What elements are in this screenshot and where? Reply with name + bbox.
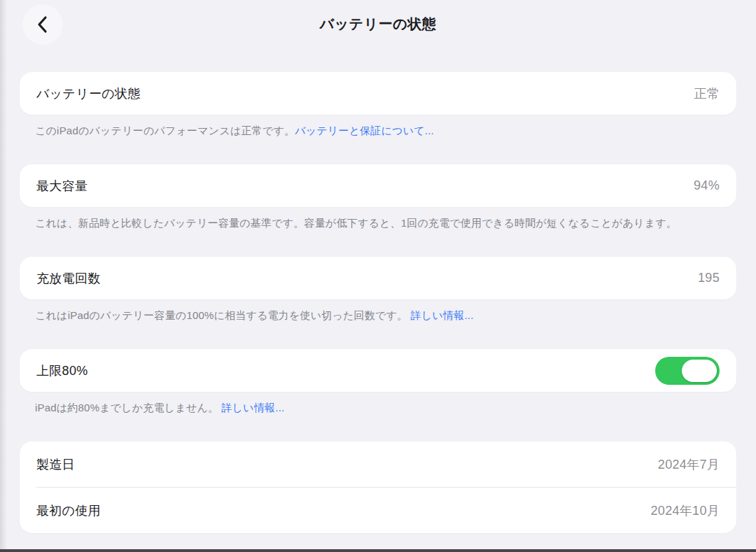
charge-limit-footnote: iPadは約80%までしか充電しません。 詳しい情報... bbox=[35, 400, 721, 415]
card-cycle-count: 充放電回数 195 bbox=[20, 257, 736, 299]
cycle-count-label: 充放電回数 bbox=[36, 270, 101, 287]
row-charge-limit: 上限80% bbox=[20, 349, 736, 392]
page-title: バッテリーの状態 bbox=[0, 15, 756, 34]
cycle-count-footnote: これはiPadのバッテリー容量の100%に相当する電力を使い切った回数です。 詳… bbox=[35, 308, 721, 323]
first-use-value: 2024年10月 bbox=[651, 502, 720, 519]
manufacture-date-label: 製造日 bbox=[36, 456, 75, 473]
charge-limit-learn-more-link[interactable]: 詳しい情報... bbox=[222, 402, 285, 413]
battery-health-settings: バッテリーの状態 正常 このiPadのバッテリーのパフォーマンスは正常です。バッ… bbox=[0, 49, 756, 533]
battery-health-footnote: このiPadのバッテリーのパフォーマンスは正常です。バッテリーと保証について..… bbox=[35, 123, 721, 138]
navigation-bar: バッテリーの状態 bbox=[0, 0, 756, 49]
manufacture-date-value: 2024年7月 bbox=[658, 456, 720, 473]
footnote-text: これは、新品時と比較したバッテリー容量の基準です。容量が低下すると、1回の充電で… bbox=[35, 217, 677, 229]
cycle-count-learn-more-link[interactable]: 詳しい情報... bbox=[411, 309, 474, 321]
footnote-text: このiPadのバッテリーのパフォーマンスは正常です。 bbox=[35, 125, 295, 136]
charge-limit-toggle[interactable] bbox=[655, 357, 720, 385]
card-max-capacity: 最大容量 94% bbox=[20, 164, 736, 207]
section-dates: 製造日 2024年7月 最初の使用 2024年10月 bbox=[20, 441, 736, 533]
first-use-label: 最初の使用 bbox=[36, 502, 101, 519]
toggle-knob bbox=[682, 360, 717, 382]
row-max-capacity: 最大容量 94% bbox=[20, 164, 736, 207]
battery-warranty-link[interactable]: バッテリーと保証について... bbox=[295, 125, 434, 136]
card-battery-health: バッテリーの状態 正常 bbox=[20, 72, 736, 115]
max-capacity-label: 最大容量 bbox=[36, 178, 88, 194]
battery-health-value: 正常 bbox=[694, 85, 720, 102]
photo-bottom-edge bbox=[0, 549, 756, 552]
cycle-count-value: 195 bbox=[698, 271, 720, 285]
row-cycle-count: 充放電回数 195 bbox=[20, 257, 736, 299]
section-battery-health: バッテリーの状態 正常 このiPadのバッテリーのパフォーマンスは正常です。バッ… bbox=[20, 72, 736, 138]
footnote-text: iPadは約80%までしか充電しません。 bbox=[35, 402, 222, 413]
row-first-use: 最初の使用 2024年10月 bbox=[20, 488, 736, 533]
footnote-text: これはiPadのバッテリー容量の100%に相当する電力を使い切った回数です。 bbox=[35, 309, 411, 321]
charge-limit-label: 上限80% bbox=[36, 362, 88, 379]
row-manufacture-date: 製造日 2024年7月 bbox=[20, 441, 736, 487]
card-charge-limit: 上限80% bbox=[20, 349, 736, 392]
battery-health-label: バッテリーの状態 bbox=[36, 85, 141, 102]
section-charge-limit: 上限80% iPadは約80%までしか充電しません。 詳しい情報... bbox=[20, 349, 736, 415]
row-battery-health: バッテリーの状態 正常 bbox=[20, 72, 736, 115]
section-max-capacity: 最大容量 94% これは、新品時と比較したバッテリー容量の基準です。容量が低下す… bbox=[20, 164, 736, 230]
max-capacity-footnote: これは、新品時と比較したバッテリー容量の基準です。容量が低下すると、1回の充電で… bbox=[35, 215, 721, 230]
max-capacity-value: 94% bbox=[694, 178, 720, 193]
section-cycle-count: 充放電回数 195 これはiPadのバッテリー容量の100%に相当する電力を使い… bbox=[20, 257, 736, 323]
card-dates: 製造日 2024年7月 最初の使用 2024年10月 bbox=[20, 441, 736, 533]
